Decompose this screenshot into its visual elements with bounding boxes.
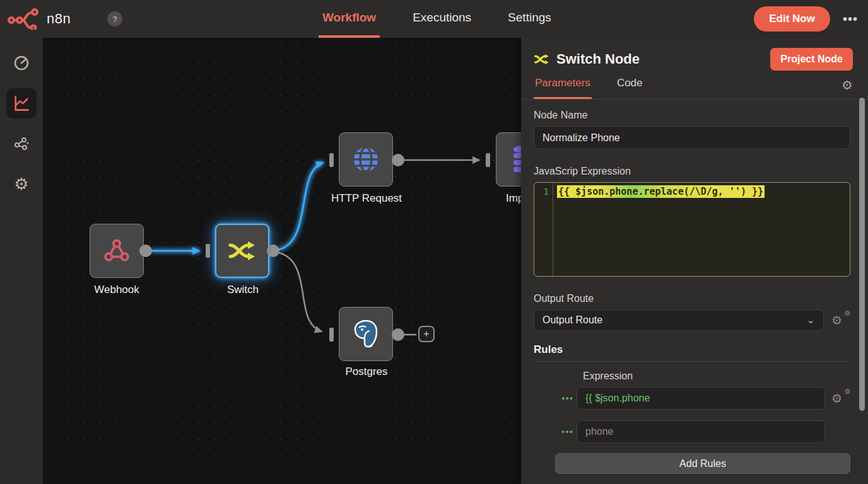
output-route-label: Output Route [534, 293, 850, 304]
node-label: Webhook [63, 284, 170, 296]
output-route-select[interactable]: Output Route ⌄ [534, 309, 824, 331]
overflow-menu-icon[interactable]: ••• [843, 12, 858, 26]
panel-title: Switch Node [556, 51, 640, 67]
output-route-value: Output Route [542, 314, 602, 326]
node-postgres[interactable] [339, 307, 393, 361]
brand[interactable]: n8n [0, 8, 71, 30]
expression-code-editor[interactable]: 1 {{ $json.phone.replace(/\D/g, '') }} [534, 182, 850, 277]
top-nav: Workflow Executions Settings [319, 0, 555, 38]
node-settings-panel: Switch Node Project Node Parameters Code… [521, 38, 868, 484]
node-switch[interactable] [215, 224, 269, 278]
node-http-request[interactable] [339, 132, 393, 187]
rule-phone-input[interactable] [577, 420, 825, 443]
node-label: Switch [189, 284, 296, 296]
n8n-logo-icon [8, 8, 40, 30]
sidebar-item-settings[interactable]: ⚙ [6, 169, 37, 199]
node-label: HTTP Request [313, 192, 420, 205]
edge-switch-http [279, 163, 323, 250]
rule-row-expression: ●●● ⚙⚙ [561, 387, 850, 410]
shuffle-icon [227, 240, 257, 262]
rule-expression-input[interactable] [577, 387, 825, 410]
sidebar-item-dashboard[interactable] [6, 48, 37, 78]
options-gears-icon[interactable]: ⚙⚙ [831, 312, 850, 328]
node-webhook[interactable] [90, 224, 144, 278]
node-name-input[interactable] [534, 126, 850, 149]
globe-icon [351, 144, 381, 175]
node-import[interactable] [496, 132, 521, 187]
postgres-icon [351, 319, 380, 349]
highlighted-expression: {{ $json.phone.replace(/\D/g, '') }} [557, 185, 765, 198]
rule-expression-label: Expression [583, 371, 850, 382]
code-line[interactable]: {{ $json.phone.replace(/\D/g, '') }} [553, 183, 768, 276]
panel-content: Node Name JavaScrip Expression 1 {{ $jso… [521, 100, 868, 484]
n8n-app: n8n ? Workflow Executions Settings Edit … [0, 0, 868, 484]
node-label: Postgres [313, 366, 420, 378]
topbar-actions: Edit Now ••• [754, 6, 858, 32]
shuffle-icon [534, 53, 550, 66]
panel-settings[interactable]: ⚙ [842, 78, 853, 99]
line-number: 1 [534, 183, 553, 276]
tab-parameters[interactable]: Parameters [534, 77, 592, 99]
topbar: n8n ? Workflow Executions Settings Edit … [0, 0, 868, 38]
workflow-canvas[interactable]: Webhook Switch [43, 38, 521, 484]
left-sidebar: ⚙ [0, 38, 43, 484]
project-node-button[interactable]: Project Node [770, 48, 853, 71]
divider [534, 361, 850, 362]
rule-row-phone: ●●● ⚙ [561, 420, 850, 443]
help-icon[interactable]: ? [107, 11, 122, 26]
panel-scrollbar[interactable] [859, 98, 865, 411]
sidebar-item-workflows[interactable] [6, 129, 37, 159]
gear-icon: ⚙ [14, 175, 28, 194]
node-ports[interactable] [139, 153, 490, 342]
edge-switch-postgres [279, 253, 322, 331]
chart-icon [13, 95, 30, 112]
rules-heading: Rules [534, 343, 850, 356]
tab-code[interactable]: Code [616, 77, 644, 99]
node-name-label: Node Name [534, 110, 850, 121]
brand-name: n8n [47, 11, 71, 27]
gauge-icon [13, 55, 30, 71]
node-label: Impt [470, 192, 521, 205]
link-icon: ●●● [561, 395, 577, 401]
gear-icon: ⚙ [842, 78, 853, 92]
tab-workflow[interactable]: Workflow [319, 0, 380, 38]
panel-tabs: Parameters Code ⚙ [521, 73, 868, 100]
panel-header: Switch Node Project Node [521, 38, 868, 71]
webhook-icon [102, 236, 131, 265]
database-icon [508, 144, 521, 175]
link-icon: ●●● [561, 429, 577, 435]
tab-executions[interactable]: Executions [409, 0, 475, 38]
chevron-down-icon: ⌄ [807, 317, 815, 323]
add-node-button[interactable]: + [418, 326, 435, 342]
workflow-icon [13, 135, 30, 153]
expression-editor-label: JavaScrip Expression [534, 166, 850, 177]
options-gears-icon[interactable]: ⚙⚙ [831, 390, 850, 406]
sidebar-item-executions[interactable] [6, 88, 37, 118]
add-rules-button[interactable]: Add Rules [555, 453, 850, 474]
edit-now-button[interactable]: Edit Now [754, 6, 830, 32]
tab-settings[interactable]: Settings [504, 0, 555, 38]
